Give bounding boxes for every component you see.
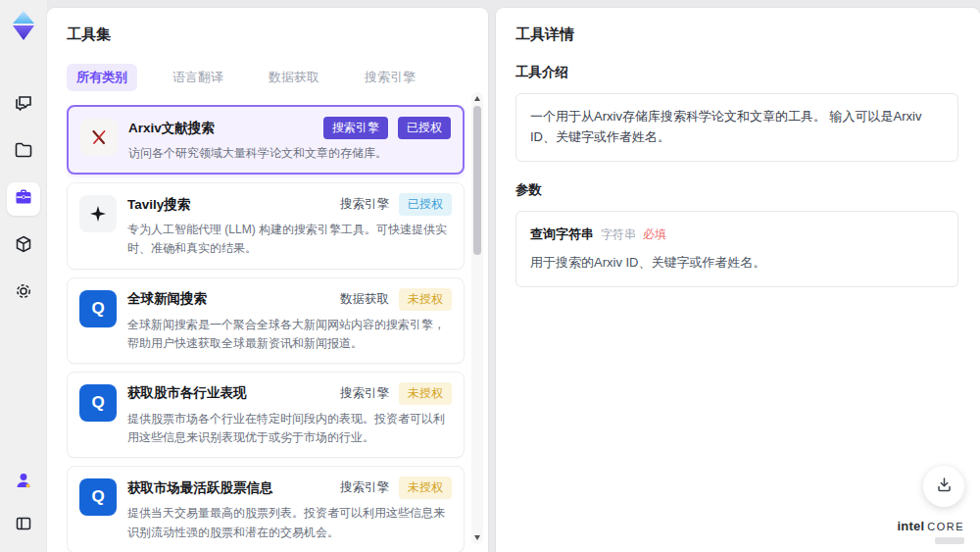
user-avatar-icon [14, 471, 33, 494]
tool-card-body: 获取股市各行业表现 搜索引擎 未授权 提供股票市场各个行业在特定时间段内的表现。… [127, 382, 452, 447]
tool-card-tavily[interactable]: Tavily搜索 搜索引擎 已授权 专为人工智能代理 (LLM) 构建的搜索引擎… [67, 182, 465, 269]
tool-name: 全球新闻搜索 [127, 290, 330, 308]
sidebar-nav [7, 88, 40, 310]
category-label: 搜索引擎 [340, 479, 389, 496]
auth-badge: 未授权 [399, 288, 452, 311]
auth-badge: 未授权 [399, 477, 452, 499]
category-label: 搜索引擎 [340, 385, 389, 402]
tool-description: 访问各个研究领域大量科学论文和文章的存储库。 [128, 144, 451, 163]
tool-description: 全球新闻搜索是一个聚合全球各大新闻网站内容的搜索引擎，帮助用户快速获取全球最新资… [127, 316, 452, 353]
param-type: 字符串 [601, 226, 636, 244]
tools-panel: 工具集 所有类别 语言翻译 数据获取 搜索引擎 [47, 8, 488, 552]
tab-search-engine[interactable]: 搜索引擎 [355, 64, 425, 91]
param-description: 用于搜索的Arxiv ID、关键字或作者姓名。 [530, 253, 944, 274]
tool-intro-text: 一个用于从Arxiv存储库搜索科学论文和文章的工具。 输入可以是Arxiv ID… [515, 93, 958, 162]
details-panel-title: 工具详情 [515, 25, 958, 44]
tool-description: 提供股票市场各个行业在特定时间段内的表现。投资者可以利用这些信息来识别表现优于或… [127, 410, 452, 447]
main-content: 工具集 所有类别 语言翻译 数据获取 搜索引擎 [47, 0, 980, 552]
tool-name: 获取股市各行业表现 [127, 384, 330, 402]
tool-name: 获取市场最活跃股票信息 [127, 479, 330, 497]
tool-card-body: 获取市场最活跃股票信息 搜索引擎 未授权 提供当天交易量最高的股票列表。投资者可… [127, 477, 452, 541]
tool-name: Tavily搜索 [127, 196, 330, 214]
category-label: 数据获取 [340, 291, 389, 308]
cube-icon [14, 234, 33, 258]
news-q-icon: Q [79, 478, 117, 516]
tool-card-global-news[interactable]: Q 全球新闻搜索 数据获取 未授权 全球新闻搜索是一个聚合全球各大新闻网站内容的… [67, 277, 465, 364]
tab-all-categories[interactable]: 所有类别 [67, 64, 137, 91]
arxiv-icon [80, 119, 118, 156]
sidebar-item-tools[interactable] [7, 182, 40, 216]
scroll-up-icon[interactable] [474, 96, 480, 101]
auth-badge: 未授权 [399, 382, 452, 405]
param-name: 查询字符串 [530, 225, 594, 245]
tool-card-body: 全球新闻搜索 数据获取 未授权 全球新闻搜索是一个聚合全球各大新闻网站内容的搜索… [127, 288, 452, 353]
brand-name: intel [897, 519, 924, 533]
auth-badge: 已授权 [399, 193, 452, 216]
tool-card-body: Tavily搜索 搜索引擎 已授权 专为人工智能代理 (LLM) 构建的搜索引擎… [127, 193, 452, 258]
param-required-badge: 必填 [643, 226, 666, 244]
intro-heading: 工具介绍 [515, 64, 958, 81]
download-button[interactable] [923, 466, 964, 507]
news-q-icon: Q [79, 290, 117, 327]
tool-list: Arxiv文献搜索 搜索引擎 已授权 访问各个研究领域大量科学论文和文章的存储库… [67, 105, 465, 552]
sidebar [0, 0, 47, 552]
sidebar-item-settings[interactable] [7, 276, 40, 310]
scroll-down-icon[interactable] [474, 535, 480, 540]
tool-name: Arxiv文献搜索 [128, 120, 314, 137]
news-q-icon: Q [79, 384, 117, 422]
download-icon [935, 476, 954, 498]
folder-icon [14, 140, 33, 164]
category-label: 搜索引擎 [340, 196, 389, 213]
details-panel: 工具详情 工具介绍 一个用于从Arxiv存储库搜索科学论文和文章的工具。 输入可… [496, 8, 980, 552]
tool-description: 专为人工智能代理 (LLM) 构建的搜索引擎工具。可快速提供实时、准确和真实的结… [127, 221, 452, 258]
tab-data-fetch[interactable]: 数据获取 [259, 64, 329, 91]
sidebar-bottom [7, 466, 40, 542]
tool-card-arxiv[interactable]: Arxiv文献搜索 搜索引擎 已授权 访问各个研究领域大量科学论文和文章的存储库… [67, 105, 465, 175]
tool-card-active-stocks[interactable]: Q 获取市场最活跃股票信息 搜索引擎 未授权 提供当天交易量最高的股票列表。投资… [67, 466, 465, 552]
panel-toggle-button[interactable] [7, 509, 40, 542]
scrollbar-thumb[interactable] [473, 106, 481, 255]
sparkle-icon [79, 195, 117, 232]
params-heading: 参数 [515, 181, 958, 199]
sidebar-item-chat[interactable] [7, 88, 40, 122]
tool-card-body: Arxiv文献搜索 搜索引擎 已授权 访问各个研究领域大量科学论文和文章的存储库… [128, 117, 451, 163]
tools-panel-title: 工具集 [67, 25, 465, 44]
auth-badge: 已授权 [398, 117, 451, 139]
app-logo[interactable] [9, 10, 38, 41]
app-root: 工具集 所有类别 语言翻译 数据获取 搜索引擎 [0, 0, 980, 552]
user-avatar[interactable] [7, 466, 40, 499]
brand-logo: intelCORE [897, 517, 964, 544]
briefcase-icon [14, 187, 33, 211]
tool-description: 提供当天交易量最高的股票列表。投资者可以利用这些信息来识别流动性强的股票和潜在的… [127, 504, 452, 541]
brand-sub: CORE [927, 521, 964, 532]
gear-icon [14, 281, 33, 305]
sidebar-item-models[interactable] [7, 229, 40, 263]
category-badge: 搜索引擎 [323, 117, 388, 139]
param-card: 查询字符串 字符串 必填 用于搜索的Arxiv ID、关键字或作者姓名。 [515, 211, 958, 288]
category-tabs: 所有类别 语言翻译 数据获取 搜索引擎 [67, 64, 465, 91]
tab-language-translation[interactable]: 语言翻译 [163, 64, 233, 91]
brand-subtext-bar [935, 537, 964, 544]
tool-card-sector-performance[interactable]: Q 获取股市各行业表现 搜索引擎 未授权 提供股票市场各个行业在特定时间段内的表… [67, 372, 465, 458]
sidebar-item-files[interactable] [7, 135, 40, 169]
panel-toggle-icon [15, 515, 32, 536]
chat-icon [14, 93, 33, 117]
tool-list-scrollbar[interactable] [471, 92, 483, 544]
